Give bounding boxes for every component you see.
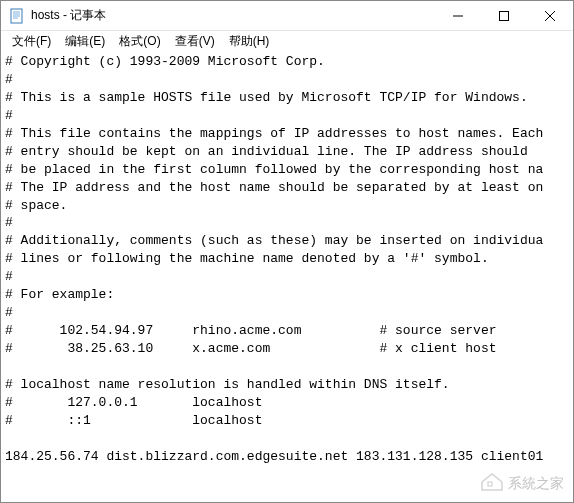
menu-edit[interactable]: 编辑(E) [58, 31, 112, 52]
maximize-button[interactable] [481, 1, 527, 30]
svg-rect-6 [500, 11, 509, 20]
notepad-icon [9, 8, 25, 24]
menu-file[interactable]: 文件(F) [5, 31, 58, 52]
text-editor[interactable] [1, 51, 573, 502]
menu-help[interactable]: 帮助(H) [222, 31, 277, 52]
menubar: 文件(F) 编辑(E) 格式(O) 查看(V) 帮助(H) [1, 31, 573, 51]
menu-view[interactable]: 查看(V) [168, 31, 222, 52]
minimize-button[interactable] [435, 1, 481, 30]
window-controls [435, 1, 573, 30]
titlebar: hosts - 记事本 [1, 1, 573, 31]
menu-format[interactable]: 格式(O) [112, 31, 167, 52]
window-title: hosts - 记事本 [29, 7, 435, 24]
close-button[interactable] [527, 1, 573, 30]
